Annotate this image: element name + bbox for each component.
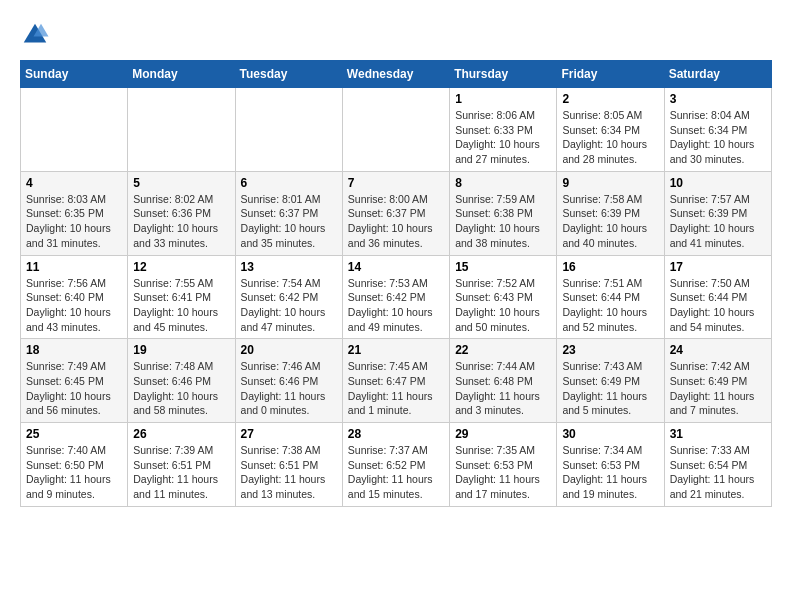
calendar-cell: 30Sunrise: 7:34 AMSunset: 6:53 PMDayligh… xyxy=(557,423,664,507)
calendar-cell: 2Sunrise: 8:05 AMSunset: 6:34 PMDaylight… xyxy=(557,88,664,172)
day-info: Sunrise: 7:35 AMSunset: 6:53 PMDaylight:… xyxy=(455,443,551,502)
day-number: 13 xyxy=(241,260,337,274)
calendar-cell: 3Sunrise: 8:04 AMSunset: 6:34 PMDaylight… xyxy=(664,88,771,172)
calendar-week-row: 25Sunrise: 7:40 AMSunset: 6:50 PMDayligh… xyxy=(21,423,772,507)
calendar-week-row: 4Sunrise: 8:03 AMSunset: 6:35 PMDaylight… xyxy=(21,171,772,255)
day-info: Sunrise: 7:43 AMSunset: 6:49 PMDaylight:… xyxy=(562,359,658,418)
calendar-cell: 8Sunrise: 7:59 AMSunset: 6:38 PMDaylight… xyxy=(450,171,557,255)
day-number: 25 xyxy=(26,427,122,441)
day-info: Sunrise: 7:50 AMSunset: 6:44 PMDaylight:… xyxy=(670,276,766,335)
day-number: 17 xyxy=(670,260,766,274)
day-number: 8 xyxy=(455,176,551,190)
weekday-header: Sunday xyxy=(21,61,128,88)
calendar-cell: 14Sunrise: 7:53 AMSunset: 6:42 PMDayligh… xyxy=(342,255,449,339)
day-info: Sunrise: 7:48 AMSunset: 6:46 PMDaylight:… xyxy=(133,359,229,418)
day-number: 12 xyxy=(133,260,229,274)
day-info: Sunrise: 8:04 AMSunset: 6:34 PMDaylight:… xyxy=(670,108,766,167)
day-number: 11 xyxy=(26,260,122,274)
day-number: 5 xyxy=(133,176,229,190)
day-number: 4 xyxy=(26,176,122,190)
calendar-cell: 10Sunrise: 7:57 AMSunset: 6:39 PMDayligh… xyxy=(664,171,771,255)
calendar-cell: 13Sunrise: 7:54 AMSunset: 6:42 PMDayligh… xyxy=(235,255,342,339)
weekday-header: Wednesday xyxy=(342,61,449,88)
logo-icon xyxy=(20,20,50,50)
weekday-header: Tuesday xyxy=(235,61,342,88)
day-number: 30 xyxy=(562,427,658,441)
day-info: Sunrise: 8:02 AMSunset: 6:36 PMDaylight:… xyxy=(133,192,229,251)
day-info: Sunrise: 7:53 AMSunset: 6:42 PMDaylight:… xyxy=(348,276,444,335)
calendar-cell xyxy=(342,88,449,172)
weekday-header: Friday xyxy=(557,61,664,88)
calendar-cell xyxy=(128,88,235,172)
day-info: Sunrise: 7:40 AMSunset: 6:50 PMDaylight:… xyxy=(26,443,122,502)
weekday-header: Thursday xyxy=(450,61,557,88)
logo xyxy=(20,20,54,50)
day-info: Sunrise: 7:49 AMSunset: 6:45 PMDaylight:… xyxy=(26,359,122,418)
day-number: 21 xyxy=(348,343,444,357)
day-info: Sunrise: 7:58 AMSunset: 6:39 PMDaylight:… xyxy=(562,192,658,251)
day-info: Sunrise: 8:03 AMSunset: 6:35 PMDaylight:… xyxy=(26,192,122,251)
day-number: 20 xyxy=(241,343,337,357)
calendar-cell: 22Sunrise: 7:44 AMSunset: 6:48 PMDayligh… xyxy=(450,339,557,423)
calendar-cell: 9Sunrise: 7:58 AMSunset: 6:39 PMDaylight… xyxy=(557,171,664,255)
calendar-cell: 28Sunrise: 7:37 AMSunset: 6:52 PMDayligh… xyxy=(342,423,449,507)
day-info: Sunrise: 8:05 AMSunset: 6:34 PMDaylight:… xyxy=(562,108,658,167)
day-number: 29 xyxy=(455,427,551,441)
day-number: 10 xyxy=(670,176,766,190)
weekday-header-row: SundayMondayTuesdayWednesdayThursdayFrid… xyxy=(21,61,772,88)
day-info: Sunrise: 7:54 AMSunset: 6:42 PMDaylight:… xyxy=(241,276,337,335)
day-number: 31 xyxy=(670,427,766,441)
day-info: Sunrise: 7:45 AMSunset: 6:47 PMDaylight:… xyxy=(348,359,444,418)
day-info: Sunrise: 7:59 AMSunset: 6:38 PMDaylight:… xyxy=(455,192,551,251)
day-number: 6 xyxy=(241,176,337,190)
calendar-week-row: 18Sunrise: 7:49 AMSunset: 6:45 PMDayligh… xyxy=(21,339,772,423)
calendar-cell: 19Sunrise: 7:48 AMSunset: 6:46 PMDayligh… xyxy=(128,339,235,423)
calendar-table: SundayMondayTuesdayWednesdayThursdayFrid… xyxy=(20,60,772,507)
day-number: 14 xyxy=(348,260,444,274)
weekday-header: Monday xyxy=(128,61,235,88)
calendar-cell: 27Sunrise: 7:38 AMSunset: 6:51 PMDayligh… xyxy=(235,423,342,507)
calendar-week-row: 1Sunrise: 8:06 AMSunset: 6:33 PMDaylight… xyxy=(21,88,772,172)
day-info: Sunrise: 7:57 AMSunset: 6:39 PMDaylight:… xyxy=(670,192,766,251)
day-number: 15 xyxy=(455,260,551,274)
calendar-cell: 5Sunrise: 8:02 AMSunset: 6:36 PMDaylight… xyxy=(128,171,235,255)
calendar-cell: 7Sunrise: 8:00 AMSunset: 6:37 PMDaylight… xyxy=(342,171,449,255)
calendar-cell: 6Sunrise: 8:01 AMSunset: 6:37 PMDaylight… xyxy=(235,171,342,255)
day-info: Sunrise: 7:56 AMSunset: 6:40 PMDaylight:… xyxy=(26,276,122,335)
calendar-cell: 23Sunrise: 7:43 AMSunset: 6:49 PMDayligh… xyxy=(557,339,664,423)
day-info: Sunrise: 8:01 AMSunset: 6:37 PMDaylight:… xyxy=(241,192,337,251)
day-number: 24 xyxy=(670,343,766,357)
day-number: 1 xyxy=(455,92,551,106)
day-info: Sunrise: 7:37 AMSunset: 6:52 PMDaylight:… xyxy=(348,443,444,502)
day-number: 26 xyxy=(133,427,229,441)
weekday-header: Saturday xyxy=(664,61,771,88)
page-header xyxy=(20,20,772,50)
day-number: 23 xyxy=(562,343,658,357)
day-info: Sunrise: 7:52 AMSunset: 6:43 PMDaylight:… xyxy=(455,276,551,335)
calendar-cell: 15Sunrise: 7:52 AMSunset: 6:43 PMDayligh… xyxy=(450,255,557,339)
calendar-cell: 20Sunrise: 7:46 AMSunset: 6:46 PMDayligh… xyxy=(235,339,342,423)
calendar-cell: 21Sunrise: 7:45 AMSunset: 6:47 PMDayligh… xyxy=(342,339,449,423)
day-number: 16 xyxy=(562,260,658,274)
day-info: Sunrise: 7:44 AMSunset: 6:48 PMDaylight:… xyxy=(455,359,551,418)
day-info: Sunrise: 7:42 AMSunset: 6:49 PMDaylight:… xyxy=(670,359,766,418)
calendar-cell: 4Sunrise: 8:03 AMSunset: 6:35 PMDaylight… xyxy=(21,171,128,255)
day-number: 28 xyxy=(348,427,444,441)
calendar-cell: 11Sunrise: 7:56 AMSunset: 6:40 PMDayligh… xyxy=(21,255,128,339)
day-info: Sunrise: 7:55 AMSunset: 6:41 PMDaylight:… xyxy=(133,276,229,335)
day-info: Sunrise: 7:46 AMSunset: 6:46 PMDaylight:… xyxy=(241,359,337,418)
day-info: Sunrise: 7:33 AMSunset: 6:54 PMDaylight:… xyxy=(670,443,766,502)
calendar-cell: 31Sunrise: 7:33 AMSunset: 6:54 PMDayligh… xyxy=(664,423,771,507)
day-info: Sunrise: 7:38 AMSunset: 6:51 PMDaylight:… xyxy=(241,443,337,502)
day-number: 2 xyxy=(562,92,658,106)
calendar-cell: 25Sunrise: 7:40 AMSunset: 6:50 PMDayligh… xyxy=(21,423,128,507)
calendar-cell: 12Sunrise: 7:55 AMSunset: 6:41 PMDayligh… xyxy=(128,255,235,339)
calendar-cell: 26Sunrise: 7:39 AMSunset: 6:51 PMDayligh… xyxy=(128,423,235,507)
day-number: 7 xyxy=(348,176,444,190)
calendar-cell: 29Sunrise: 7:35 AMSunset: 6:53 PMDayligh… xyxy=(450,423,557,507)
day-info: Sunrise: 8:00 AMSunset: 6:37 PMDaylight:… xyxy=(348,192,444,251)
calendar-cell: 24Sunrise: 7:42 AMSunset: 6:49 PMDayligh… xyxy=(664,339,771,423)
calendar-cell: 17Sunrise: 7:50 AMSunset: 6:44 PMDayligh… xyxy=(664,255,771,339)
calendar-cell: 1Sunrise: 8:06 AMSunset: 6:33 PMDaylight… xyxy=(450,88,557,172)
calendar-cell xyxy=(235,88,342,172)
